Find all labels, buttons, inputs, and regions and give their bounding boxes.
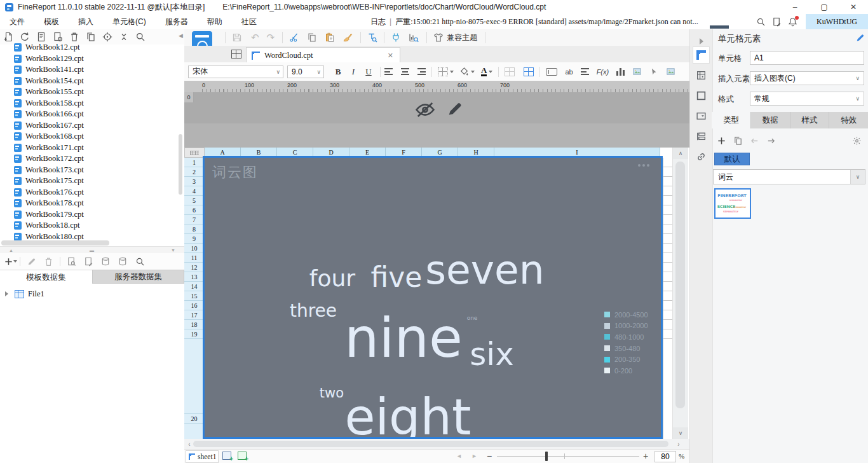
zoom-slider-thumb[interactable] <box>545 452 548 461</box>
add-chart-button[interactable] <box>717 136 726 146</box>
menu-item[interactable]: 服务器 <box>156 14 198 29</box>
user-account-badge[interactable]: KuWHDtUG <box>806 14 868 29</box>
chart-settings-gear-icon[interactable] <box>852 136 862 146</box>
scroll-up-icon[interactable]: ∧ <box>673 148 688 159</box>
document-tab-wordcloud[interactable]: WordCloud.cpt ✕ <box>246 47 400 63</box>
legend-item[interactable]: 350-480 <box>604 343 648 354</box>
add-report-sheet-button[interactable]: + <box>222 452 233 461</box>
edit-pencil-icon[interactable] <box>446 100 463 118</box>
zoom-in-button[interactable]: + <box>643 451 648 461</box>
legend-item[interactable]: 200-350 <box>604 354 648 365</box>
search-icon[interactable] <box>756 17 766 27</box>
font-size-select[interactable]: 9.0 ∨ <box>287 66 324 78</box>
copy-button[interactable] <box>307 32 317 43</box>
preview-button[interactable] <box>33 32 50 42</box>
tab-cell-element-icon[interactable] <box>693 47 709 63</box>
edit-sql-button[interactable] <box>80 257 97 266</box>
menu-item[interactable]: 帮助 <box>198 14 232 29</box>
file-item[interactable]: WorkBook171.cpt <box>0 142 177 154</box>
sheet-tab-sheet1[interactable]: sheet1 <box>186 450 219 463</box>
align-center-button[interactable] <box>401 68 409 75</box>
chart-settings-tab[interactable]: 特效 <box>829 112 868 128</box>
vertical-scroll-thumb[interactable] <box>675 162 685 408</box>
wordcloud-thumbnail[interactable]: FINEREPORTSEPARATELYSCIENCESEPARATELYSEP… <box>714 188 751 219</box>
underline-button[interactable]: U <box>361 67 376 77</box>
connect-database-button[interactable] <box>97 257 114 266</box>
tab-template-dataset[interactable]: 模板数据集 <box>0 270 92 284</box>
collapse-all-button[interactable] <box>116 32 132 42</box>
row-header-cell[interactable]: 14 <box>184 282 205 291</box>
close-button[interactable]: ✕ <box>839 0 868 14</box>
edit-dataset-button[interactable] <box>23 257 40 266</box>
fill-color-button[interactable] <box>459 67 469 76</box>
align-right-button[interactable] <box>417 68 426 75</box>
copy-chart-button[interactable] <box>733 136 743 146</box>
format-painter-button[interactable] <box>342 32 353 43</box>
column-header-cell[interactable]: G <box>422 148 458 158</box>
plugin-button[interactable] <box>391 32 401 43</box>
tab-condition-attributes-icon[interactable] <box>693 128 709 144</box>
align-left-button[interactable] <box>384 68 393 75</box>
tab-floating-element-icon[interactable] <box>693 88 709 104</box>
cut-button[interactable] <box>289 32 299 43</box>
text-field-widget-button[interactable] <box>546 68 557 76</box>
menu-item[interactable]: 插入 <box>69 14 103 29</box>
insert-element-select[interactable]: 插入图表(C) ∨ <box>750 71 864 85</box>
tab-server-dataset[interactable]: 服务器数据集 <box>92 270 184 284</box>
zoom-slider-track[interactable] <box>497 456 639 457</box>
delete-button[interactable] <box>66 32 83 42</box>
locate-button[interactable] <box>99 32 116 42</box>
file-item[interactable]: WorkBook155.cpt <box>0 86 177 98</box>
preview-dataset-button[interactable] <box>63 257 80 266</box>
database-manage-button[interactable] <box>114 257 132 266</box>
tab-widget-settings-icon[interactable] <box>693 108 709 124</box>
column-header-cell[interactable]: D <box>313 148 349 158</box>
font-color-button[interactable]: A <box>481 67 487 76</box>
template-settings-button[interactable] <box>50 32 66 42</box>
chart-settings-tab[interactable]: 样式 <box>790 112 829 128</box>
expand-caret-icon[interactable] <box>5 291 8 296</box>
row-header-cell[interactable]: 15 <box>184 291 205 301</box>
unmerge-cells-button[interactable] <box>524 67 534 76</box>
border-button[interactable] <box>438 67 448 76</box>
splitter-up-icon[interactable]: ▲ <box>9 248 13 252</box>
row-header-cell[interactable]: 1 <box>184 158 205 167</box>
menu-item[interactable]: 文件 <box>0 14 34 29</box>
row-header-cell[interactable]: 8 <box>184 225 205 234</box>
edit-panel-icon[interactable] <box>855 33 865 43</box>
file-item[interactable]: WorkBook179.cpt <box>0 209 177 221</box>
zoom-out-button[interactable]: − <box>487 451 492 461</box>
column-header-cell[interactable]: I <box>494 148 660 158</box>
format-select[interactable]: 常规 ∨ <box>750 92 864 106</box>
font-family-select[interactable]: 宋体 ∨ <box>188 66 283 78</box>
eye-off-icon[interactable] <box>414 101 436 118</box>
dataset-item-file1[interactable]: File1 <box>0 287 184 300</box>
prev-sheet-icon[interactable]: ◄ <box>456 453 462 459</box>
paste-button[interactable] <box>325 32 335 43</box>
file-item[interactable]: WorkBook166.cpt <box>0 109 177 120</box>
search-files-button[interactable] <box>132 32 149 42</box>
add-dataset-caret-icon[interactable] <box>13 260 17 263</box>
file-item[interactable]: WorkBook175.cpt <box>0 176 177 187</box>
collapse-panel-icon[interactable]: ◀ <box>179 32 183 39</box>
search-dataset-button[interactable] <box>132 257 149 266</box>
file-item[interactable]: WorkBook167.cpt <box>0 120 177 132</box>
row-header-cell[interactable]: 5 <box>184 196 205 205</box>
merge-cells-button[interactable] <box>505 67 515 76</box>
theme-shirt-icon[interactable] <box>433 32 444 43</box>
file-item[interactable]: WorkBook12.cpt <box>0 42 177 53</box>
row-header-cell[interactable]: 7 <box>184 215 205 225</box>
file-item[interactable]: WorkBook154.cpt <box>0 76 177 87</box>
cells-right-of-chart[interactable] <box>663 158 672 439</box>
file-item[interactable]: WorkBook158.cpt <box>0 98 177 109</box>
column-header-cell[interactable]: E <box>349 148 386 158</box>
save-button[interactable] <box>232 32 242 43</box>
chart-type-select[interactable]: 词云 ∨ <box>713 169 865 184</box>
new-worksheet-tab-button[interactable] <box>231 50 241 60</box>
rich-text-button[interactable] <box>581 68 589 75</box>
redo-button[interactable]: ↷ <box>267 32 275 43</box>
row-header-cell[interactable]: 4 <box>184 186 205 196</box>
minimize-button[interactable]: – <box>780 0 810 14</box>
log-zone[interactable]: 日志 | 严重:15:00:21 http-nio-8075-exec-9 ER… <box>370 14 698 29</box>
compatible-theme-label[interactable]: 兼容主题 <box>447 32 477 43</box>
